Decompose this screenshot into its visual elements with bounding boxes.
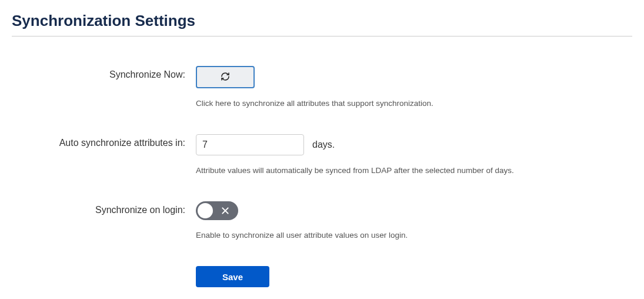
save-row: Save [12, 266, 632, 287]
refresh-icon [220, 71, 231, 84]
toggle-knob [198, 203, 213, 218]
sync-now-control: Click here to synchronize all attributes… [196, 66, 632, 108]
sync-on-login-row: Synchronize on login: Enable to synchron… [12, 201, 632, 240]
page-title: Synchronization Settings [12, 12, 632, 36]
sync-on-login-toggle[interactable] [196, 201, 238, 220]
auto-sync-control: days. Attribute values will automaticall… [196, 134, 632, 175]
sync-now-help: Click here to synchronize all attributes… [196, 99, 632, 108]
sync-now-button[interactable] [196, 66, 255, 88]
save-spacer [12, 266, 196, 270]
auto-sync-label: Auto synchronize attributes in: [12, 134, 196, 148]
save-button[interactable]: Save [196, 266, 269, 287]
auto-sync-unit: days. [312, 139, 335, 150]
sync-on-login-help: Enable to synchronize all user attribute… [196, 231, 632, 240]
auto-sync-days-input[interactable] [196, 134, 304, 155]
sync-now-row: Synchronize Now: Click here to synchroni… [12, 66, 632, 108]
sync-on-login-control: Enable to synchronize all user attribute… [196, 201, 632, 240]
close-icon [221, 206, 230, 215]
auto-sync-help: Attribute values will automatically be s… [196, 166, 632, 175]
sync-now-label: Synchronize Now: [12, 66, 196, 80]
auto-sync-row: Auto synchronize attributes in: days. At… [12, 134, 632, 175]
sync-on-login-label: Synchronize on login: [12, 201, 196, 215]
